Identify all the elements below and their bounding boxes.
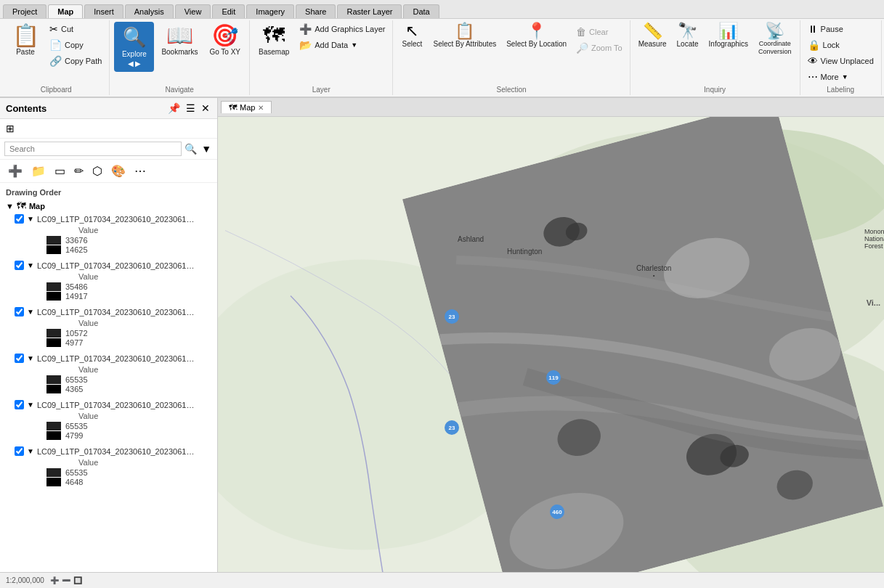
paste-label: Paste xyxy=(16,48,35,56)
pause-button[interactable]: ⏸ Pause xyxy=(805,22,877,36)
layer-checkbox-0[interactable] xyxy=(15,214,24,224)
layer-legend-2: Value 10572 4977 xyxy=(15,317,211,351)
add-data-button[interactable]: 📂 Add Data ▼ xyxy=(296,38,388,52)
layer-expand-5[interactable]: ▼ xyxy=(27,447,34,455)
map-expand-icon[interactable]: ▼ xyxy=(6,202,14,211)
tab-share[interactable]: Share xyxy=(296,4,336,18)
go-to-xy-button[interactable]: 🎯 Go To XY xyxy=(205,22,245,59)
search-input[interactable] xyxy=(4,142,182,156)
layer-item-4: ▼ LC09_L1TP_017034_20230610_20230610_02_… xyxy=(0,399,217,445)
search-button[interactable]: 🔍 xyxy=(182,142,200,156)
zoom-in-btn[interactable]: ➕ xyxy=(50,576,59,584)
layer-header-3[interactable]: ▼ LC09_L1TP_017034_20230610_20230610_02_… xyxy=(15,354,211,363)
layer-group: 🗺 Basemap ➕ Add Graphics Layer 📂 Add Dat… xyxy=(250,20,393,95)
basemap-button[interactable]: 🗺 Basemap xyxy=(254,22,293,59)
symbol-tool[interactable]: 🎨 xyxy=(108,162,129,180)
explore-forward[interactable]: ▶ xyxy=(135,60,141,68)
measure-button[interactable]: 📏 Measure xyxy=(635,22,670,50)
layer-checkbox-1[interactable] xyxy=(15,261,24,270)
more-tool[interactable]: ⋯ xyxy=(131,162,150,180)
tab-insert[interactable]: Insert xyxy=(84,4,123,18)
legend-swatch-min-2 xyxy=(46,338,61,347)
tab-data[interactable]: Data xyxy=(403,4,439,18)
layer-header-2[interactable]: ▼ LC09_L1TP_017034_20230610_20230610_02_… xyxy=(15,307,211,317)
filter-icon[interactable]: ⊞ xyxy=(4,121,16,136)
layer-checkbox-4[interactable] xyxy=(15,400,24,409)
explore-back[interactable]: ◀ xyxy=(128,60,134,68)
explore-button[interactable]: 🔍 Explore ◀ ▶ xyxy=(114,22,154,72)
tab-map[interactable]: Map xyxy=(48,4,83,18)
view-unplaced-button[interactable]: 👁 View Unplaced xyxy=(805,54,877,68)
infographics-button[interactable]: 📊 Infographics xyxy=(705,22,752,50)
layer-expand-4[interactable]: ▼ xyxy=(27,401,34,409)
legend-max-5: 65535 xyxy=(65,468,88,477)
pin-icon[interactable]: 📌 xyxy=(166,101,182,115)
close-sidebar-icon[interactable]: ✕ xyxy=(200,101,211,115)
layer-expand-0[interactable]: ▼ xyxy=(27,215,34,223)
basemap-icon: 🗺 xyxy=(263,25,285,46)
tab-analysis[interactable]: Analysis xyxy=(125,4,174,18)
status-bar: 1:2,000,000 ➕ ➖ 🔲 xyxy=(0,572,884,588)
sidebar-menu-icon[interactable]: ☰ xyxy=(184,101,197,115)
add-layer-tool[interactable]: ➕ xyxy=(4,162,26,180)
layer-checkbox-5[interactable] xyxy=(15,446,24,456)
sidebar-header: Contents 📌 ☰ ✕ xyxy=(0,98,217,119)
layer-expand-1[interactable]: ▼ xyxy=(27,261,34,269)
value-label-0: Value xyxy=(46,225,197,235)
legend-max-0: 33676 xyxy=(65,236,88,245)
pause-label: Pause xyxy=(821,25,843,33)
zoom-out-btn[interactable]: ➖ xyxy=(62,576,70,584)
select-icon: ↖ xyxy=(405,23,418,39)
copy-button[interactable]: 📄 Copy xyxy=(46,38,105,52)
layer-header-4[interactable]: ▼ LC09_L1TP_017034_20230610_20230610_02_… xyxy=(15,400,211,409)
legend-swatch-max-4 xyxy=(46,422,61,430)
legend-row-max-2: 10572 xyxy=(46,329,197,338)
group-layer-tool[interactable]: 📁 xyxy=(28,162,49,180)
explore-icon: 🔍 xyxy=(123,26,146,49)
tab-view[interactable]: View xyxy=(175,4,211,18)
select-attributes-icon: 📋 xyxy=(455,23,474,39)
full-extent-btn[interactable]: 🔲 xyxy=(73,576,82,584)
edit-tool[interactable]: ✏ xyxy=(70,162,87,180)
select-by-attributes-button[interactable]: 📋 Select By Attributes xyxy=(429,22,500,50)
more-button[interactable]: ⋯ More ▼ xyxy=(805,70,877,84)
explore-label: Explore xyxy=(122,50,147,58)
copy-path-label: Copy Path xyxy=(65,57,102,65)
clear-selection-button[interactable]: 🗑 Clear xyxy=(573,25,625,39)
map-tab-close[interactable]: ✕ xyxy=(258,104,264,112)
polygon-tool[interactable]: ▭ xyxy=(51,162,69,180)
select-button[interactable]: ↖ Select xyxy=(397,22,426,50)
lock-button[interactable]: 🔒 Lock xyxy=(805,38,877,52)
layer-expand-2[interactable]: ▼ xyxy=(27,308,34,316)
legend-row-max-5: 65535 xyxy=(46,468,197,477)
map-root-item[interactable]: ▼ 🗺 Map xyxy=(0,199,217,213)
layer-header-1[interactable]: ▼ LC09_L1TP_017034_20230610_20230610_02_… xyxy=(15,261,211,270)
add-graphics-button[interactable]: ➕ Add Graphics Layer xyxy=(296,22,388,36)
tab-project[interactable]: Project xyxy=(3,4,46,18)
bookmarks-button[interactable]: 📖 Bookmarks xyxy=(157,22,202,59)
layer-header-0[interactable]: ▼ LC09_L1TP_017034_20230610_20230610_02_… xyxy=(15,214,211,224)
tab-edit[interactable]: Edit xyxy=(212,4,245,18)
coordinate-conversion-button[interactable]: 📡 CoordinateConversion xyxy=(755,22,795,57)
locate-button[interactable]: 🔭 Locate xyxy=(673,22,702,50)
copy-path-button[interactable]: 🔗 Copy Path xyxy=(46,54,105,68)
tab-raster-layer[interactable]: Raster Layer xyxy=(337,4,402,18)
search-dropdown[interactable]: ▼ xyxy=(200,142,213,156)
cut-button[interactable]: ✂ Cut xyxy=(46,22,105,36)
tab-imagery[interactable]: Imagery xyxy=(246,4,294,18)
layer-checkbox-3[interactable] xyxy=(15,354,24,363)
locate-icon: 🔭 xyxy=(678,23,697,39)
layer-name-0: LC09_L1TP_017034_20230610_20230610_02_T1… xyxy=(37,215,197,224)
legend-swatch-max-1 xyxy=(46,282,61,291)
paste-button[interactable]: 📋 Paste xyxy=(7,22,44,59)
zoom-to-button[interactable]: 🔎 Zoom To xyxy=(573,41,625,55)
map-tab[interactable]: 🗺 Map ✕ xyxy=(221,101,272,113)
map-area[interactable]: 🗺 Map ✕ xyxy=(218,98,884,572)
layer-expand-3[interactable]: ▼ xyxy=(27,354,34,362)
map-canvas[interactable]: Ashland Huntington Charleston • Staunton… xyxy=(218,117,884,572)
select-by-location-button[interactable]: 📍 Select By Location xyxy=(503,22,570,50)
layer-name-5: LC09_L1TP_017034_20230610_20230610_02_T1… xyxy=(37,447,197,456)
move-up-tool[interactable]: ⬡ xyxy=(89,162,106,180)
layer-header-5[interactable]: ▼ LC09_L1TP_017034_20230610_20230610_02_… xyxy=(15,446,211,456)
layer-checkbox-2[interactable] xyxy=(15,307,24,317)
